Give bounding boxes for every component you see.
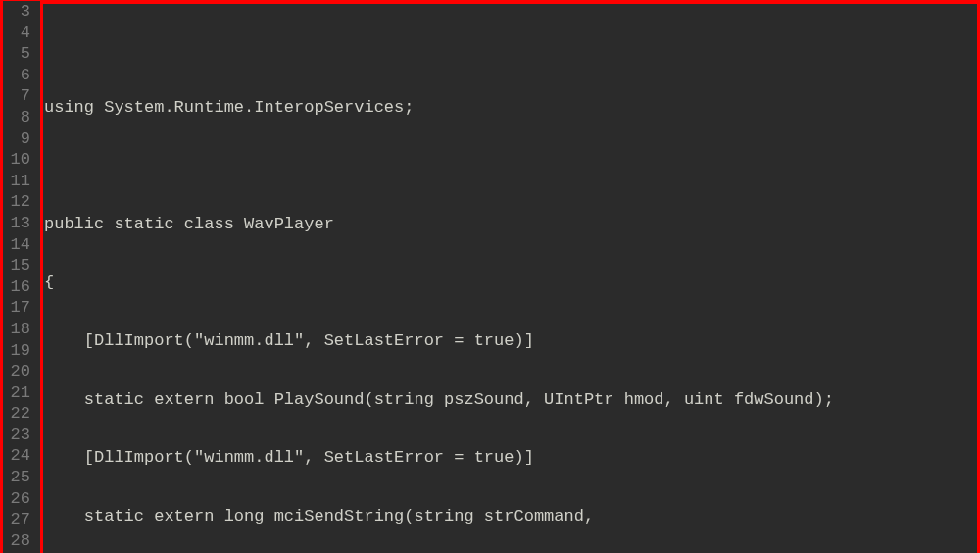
- line-number: 9: [3, 128, 30, 150]
- line-number: 27: [3, 509, 30, 530]
- line-number: 15: [3, 255, 30, 276]
- line-number: 20: [3, 361, 30, 382]
- line-number: 24: [3, 445, 30, 467]
- code-area[interactable]: using System.Runtime.InteropServices; pu…: [38, 1, 980, 553]
- code-line[interactable]: public static class WavPlayer: [44, 214, 980, 235]
- line-number: 5: [3, 43, 30, 65]
- line-number: 26: [3, 488, 30, 510]
- line-number: 12: [3, 191, 30, 213]
- line-number: 14: [3, 234, 30, 256]
- line-number: 25: [3, 467, 30, 488]
- code-editor[interactable]: 3 4 5 6 7 8 9 10 11 12 13 14 15 16 17 18…: [0, 0, 980, 553]
- code-line[interactable]: using System.Runtime.InteropServices;: [44, 97, 980, 119]
- line-number: 13: [3, 213, 30, 234]
- code-line[interactable]: {: [44, 272, 980, 293]
- line-number: 18: [3, 319, 30, 340]
- line-number: 10: [3, 149, 30, 171]
- line-number: 7: [3, 85, 30, 107]
- code-line[interactable]: [44, 38, 980, 60]
- line-number: 23: [3, 425, 30, 446]
- line-number: 11: [3, 171, 30, 192]
- code-line[interactable]: static extern bool PlaySound(string pszS…: [44, 389, 980, 411]
- line-number: 28: [3, 530, 30, 552]
- code-line[interactable]: [44, 155, 980, 176]
- code-line[interactable]: [DllImport("winmm.dll", SetLastError = t…: [44, 447, 980, 469]
- line-number: 16: [3, 276, 30, 298]
- line-number: 17: [3, 297, 30, 319]
- code-line[interactable]: static extern long mciSendString(string …: [44, 506, 980, 528]
- line-number: 6: [3, 65, 30, 86]
- line-number: 21: [3, 382, 30, 404]
- line-number: 8: [3, 107, 30, 128]
- code-line[interactable]: [DllImport("winmm.dll", SetLastError = t…: [44, 330, 980, 352]
- line-number: 22: [3, 403, 30, 425]
- line-number-gutter: 3 4 5 6 7 8 9 10 11 12 13 14 15 16 17 18…: [3, 1, 38, 553]
- line-number: 4: [3, 23, 30, 44]
- line-number: 3: [3, 1, 30, 23]
- line-number: 19: [3, 340, 30, 362]
